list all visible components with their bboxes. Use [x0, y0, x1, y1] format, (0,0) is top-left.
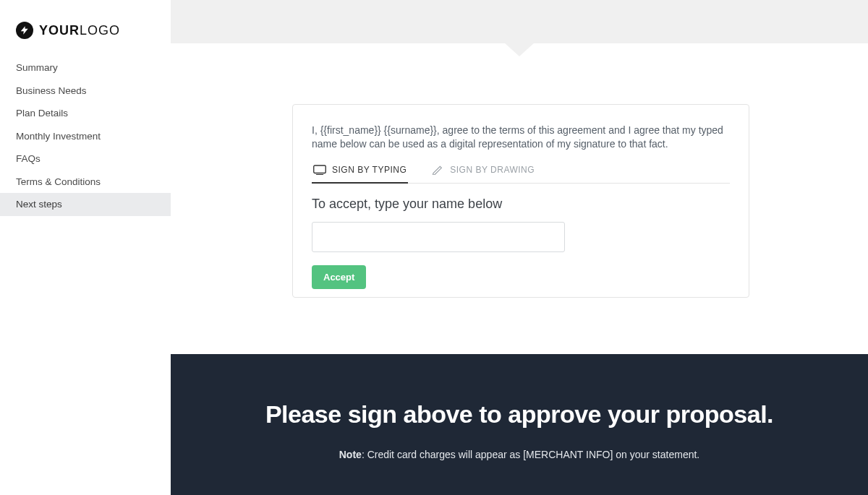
page-top-notch — [171, 0, 868, 43]
signature-prompt: To accept, type your name below — [312, 197, 730, 212]
bolt-icon — [16, 22, 33, 39]
logo: YOURLOGO — [0, 0, 171, 56]
sidebar-item-monthly-investment[interactable]: Monthly Investment — [0, 125, 171, 148]
footer-note: Note: Credit card charges will appear as… — [171, 449, 868, 460]
accept-button[interactable]: Accept — [312, 265, 366, 289]
tab-sign-by-typing[interactable]: SIGN BY TYPING — [312, 164, 408, 183]
tab-sign-by-drawing[interactable]: SIGN BY DRAWING — [430, 164, 536, 183]
agreement-text: I, {{first_name}} {{surname}}, agree to … — [312, 124, 730, 151]
page-panel: I, {{first_name}} {{surname}}, agree to … — [171, 0, 868, 354]
sidebar-item-terms-conditions[interactable]: Terms & Conditions — [0, 171, 171, 194]
signature-card: I, {{first_name}} {{surname}}, agree to … — [292, 104, 749, 298]
main-content: I, {{first_name}} {{surname}}, agree to … — [171, 0, 868, 495]
signature-tabs: SIGN BY TYPING SIGN BY DRAWING — [312, 164, 730, 184]
footer-panel: Please sign above to approve your propos… — [171, 354, 868, 495]
keyboard-icon — [313, 164, 326, 176]
sidebar-nav: Summary Business Needs Plan Details Mont… — [0, 56, 171, 216]
sidebar-item-business-needs[interactable]: Business Needs — [0, 79, 171, 103]
sidebar-item-plan-details[interactable]: Plan Details — [0, 102, 171, 125]
sidebar-item-summary[interactable]: Summary — [0, 56, 171, 79]
svg-rect-0 — [314, 165, 326, 173]
sidebar-item-next-steps[interactable]: Next steps — [0, 193, 171, 216]
pen-icon — [431, 164, 444, 176]
sidebar-item-faqs[interactable]: FAQs — [0, 147, 171, 171]
tab-label: SIGN BY TYPING — [332, 165, 407, 175]
logo-text: YOURLOGO — [39, 23, 120, 38]
signature-input[interactable] — [312, 222, 565, 252]
footer-heading: Please sign above to approve your propos… — [171, 400, 868, 429]
tab-label: SIGN BY DRAWING — [450, 165, 535, 175]
sidebar: YOURLOGO Summary Business Needs Plan Det… — [0, 0, 171, 495]
